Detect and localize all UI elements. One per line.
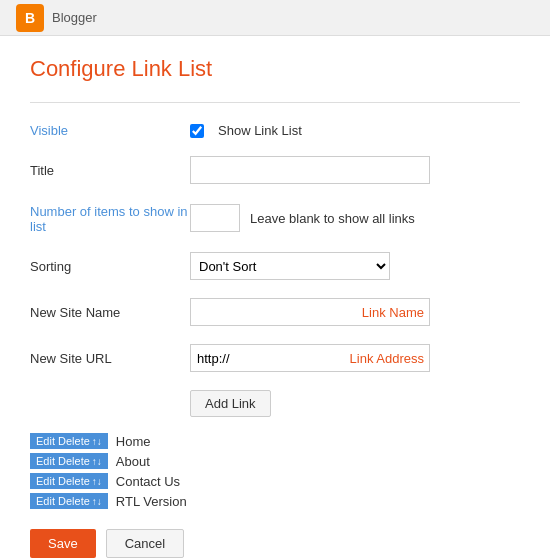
link-row: Edit Delete ↑↓ About [30,453,520,469]
num-items-row: Number of items to show in list Leave bl… [30,202,520,234]
link-row: Edit Delete ↑↓ Home [30,433,520,449]
visible-controls: Show Link List [190,123,302,138]
edit-delete-home-button[interactable]: Edit Delete ↑↓ [30,433,108,449]
add-link-row: Add Link [190,390,520,417]
save-button[interactable]: Save [30,529,96,558]
visible-row: Visible Show Link List [30,123,520,138]
link-name-rtl: RTL Version [116,494,187,509]
sorting-label: Sorting [30,259,190,274]
add-link-button[interactable]: Add Link [190,390,271,417]
sorting-controls: Don't Sort A-Z Z-A [190,252,390,280]
arrows-contact: ↑↓ [92,476,102,487]
link-name-home: Home [116,434,151,449]
header-bar: B Blogger [0,0,550,36]
num-items-label: Number of items to show in list [30,204,190,234]
edit-delete-about-button[interactable]: Edit Delete ↑↓ [30,453,108,469]
new-site-url-input-wrap: Link Address [190,344,430,372]
new-site-url-row: New Site URL Link Address [30,344,520,372]
new-site-name-controls: Link Name [190,298,430,326]
header-title: Blogger [52,10,97,25]
show-link-list-checkbox[interactable] [190,124,204,138]
main-content: Configure Link List Visible Show Link Li… [0,36,550,560]
title-row: Title [30,156,520,184]
title-input[interactable] [190,156,430,184]
link-row: Edit Delete ↑↓ RTL Version [30,493,520,509]
num-items-input[interactable] [190,204,240,232]
sorting-row: Sorting Don't Sort A-Z Z-A [30,252,520,280]
link-row: Edit Delete ↑↓ Contact Us [30,473,520,489]
edit-delete-rtl-button[interactable]: Edit Delete ↑↓ [30,493,108,509]
new-site-url-label: New Site URL [30,351,190,366]
new-site-name-row: New Site Name Link Name [30,298,520,326]
title-controls [190,156,430,184]
new-site-url-controls: Link Address [190,344,430,372]
blogger-logo: B [16,4,44,32]
sorting-select[interactable]: Don't Sort A-Z Z-A [190,252,390,280]
edit-delete-contact-button[interactable]: Edit Delete ↑↓ [30,473,108,489]
bottom-buttons: Save Cancel [30,529,520,558]
new-site-name-input-wrap: Link Name [190,298,430,326]
visible-label: Visible [30,123,190,138]
show-link-list-label: Show Link List [218,123,302,138]
new-site-name-label: New Site Name [30,305,190,320]
page-title: Configure Link List [30,56,520,82]
cancel-button[interactable]: Cancel [106,529,184,558]
new-site-name-input[interactable] [190,298,430,326]
arrows-about: ↑↓ [92,456,102,467]
arrows-rtl: ↑↓ [92,496,102,507]
num-items-hint: Leave blank to show all links [250,211,415,226]
links-section: Edit Delete ↑↓ Home Edit Delete ↑↓ About… [30,433,520,509]
title-label: Title [30,163,190,178]
section-divider [30,102,520,103]
arrows-home: ↑↓ [92,436,102,447]
new-site-url-input[interactable] [190,344,430,372]
num-items-controls: Leave blank to show all links [190,204,415,232]
logo-letter: B [25,10,35,26]
link-name-contact: Contact Us [116,474,180,489]
link-name-about: About [116,454,150,469]
